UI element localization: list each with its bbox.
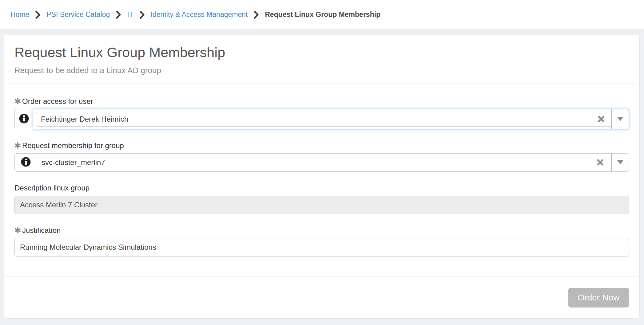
field-membership-group: Request membership for group svc-cluster… [14,141,629,172]
info-circle-icon [21,157,31,168]
field-label-text: Justification [22,226,61,235]
required-asterisk-icon [14,142,21,149]
page-subtitle: Request to be added to a Linux AD group [14,66,629,75]
field-label: Order access for user [14,97,629,106]
dropdown-toggle[interactable] [612,154,629,171]
caret-down-icon [617,160,623,164]
field-label: Request membership for group [14,141,629,150]
info-circle-icon [19,113,29,125]
description-input [14,196,629,214]
selected-group-value: svc-cluster_merlin7 [42,158,105,167]
field-justification: Justification [14,226,629,256]
info-addon[interactable] [15,154,37,171]
form-footer: Order Now [4,276,639,318]
order-now-button[interactable]: Order Now [568,288,629,307]
user-select[interactable]: Feichtinger Derek Heinrich [33,109,629,129]
caret-down-icon [617,117,623,121]
justification-input[interactable] [14,238,629,256]
chevron-right-icon [116,11,121,19]
breadcrumb-link-identity-access[interactable]: Identity & Access Management [151,10,248,19]
breadcrumb-current: Request Linux Group Membership [265,10,380,19]
breadcrumb: Home PSI Service Catalog IT Identity & A… [0,0,644,29]
request-form-card: Request Linux Group Membership Request t… [4,35,640,319]
breadcrumb-link-home[interactable]: Home [10,10,29,19]
field-label: Justification [14,226,629,235]
card-header: Request Linux Group Membership Request t… [4,35,639,84]
info-addon[interactable] [14,109,33,129]
clear-x-icon[interactable] [598,116,611,123]
field-label-text: Order access for user [22,97,93,106]
page-title: Request Linux Group Membership [14,45,629,61]
chevron-right-icon [254,11,259,19]
form-body: Order access for user Feichtinger Derek … [4,84,639,276]
page-background: Request Linux Group Membership Request t… [0,29,644,319]
chevron-right-icon [140,11,145,19]
user-select-selection[interactable]: Feichtinger Derek Heinrich [36,112,611,127]
breadcrumb-link-service-catalog[interactable]: PSI Service Catalog [46,10,110,19]
group-select[interactable]: svc-cluster_merlin7 [14,153,629,172]
dropdown-toggle[interactable] [612,109,629,129]
group-select-selection[interactable]: svc-cluster_merlin7 [37,154,611,171]
field-label: Description linux group [14,183,629,193]
required-asterisk-icon [14,98,21,104]
field-label-text: Request membership for group [22,141,124,150]
field-description-linux-group: Description linux group [14,183,629,214]
required-asterisk-icon [14,227,21,233]
breadcrumb-link-it[interactable]: IT [127,10,133,19]
field-order-access-user: Order access for user Feichtinger Derek … [14,97,629,129]
field-label-text: Description linux group [14,183,89,193]
clear-x-icon[interactable] [597,159,611,166]
chevron-right-icon [35,11,40,19]
selected-user-value: Feichtinger Derek Heinrich [41,115,128,123]
